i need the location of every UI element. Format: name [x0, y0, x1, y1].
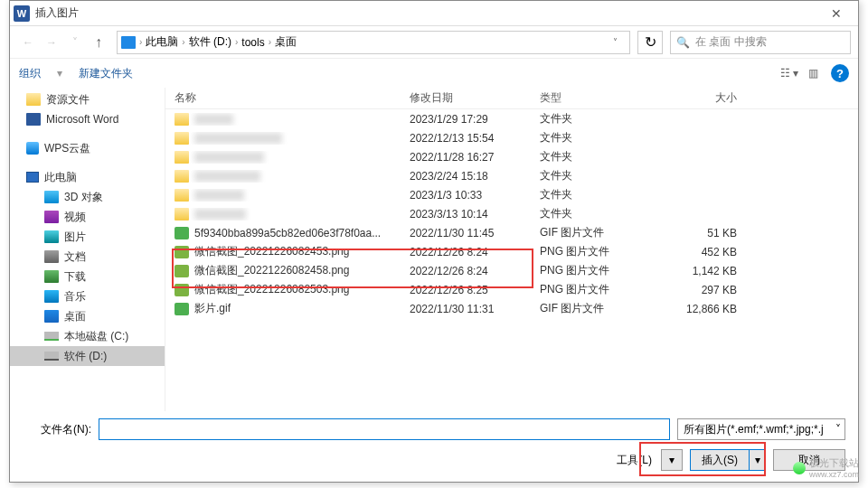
insert-button[interactable]: 插入(S): [690, 449, 750, 471]
png-icon: [175, 246, 189, 258]
nav-history-button[interactable]: ˅: [64, 32, 86, 53]
new-folder-button[interactable]: 新建文件夹: [79, 66, 133, 81]
file-name: 影片.gif: [194, 301, 231, 316]
breadcrumb-dropdown[interactable]: ˅: [604, 37, 626, 47]
sidebar-item-doc[interactable]: 文档: [10, 247, 165, 267]
folder-icon: [175, 189, 189, 202]
file-row[interactable]: 2023/1/29 17:29文件夹: [165, 109, 858, 128]
sidebar-item-pic[interactable]: 图片: [10, 227, 165, 247]
column-size[interactable]: 大小: [637, 90, 755, 106]
file-date: 2022/12/26 8:25: [401, 284, 531, 296]
file-row[interactable]: 2023/3/13 10:14文件夹: [165, 204, 858, 223]
file-name: 微信截图_20221226082503.png: [194, 282, 349, 297]
help-button[interactable]: ?: [831, 64, 849, 82]
file-name: [194, 114, 233, 125]
chevron-right-icon: ›: [269, 37, 271, 47]
column-headers: 名称 修改日期 类型 大小: [165, 88, 858, 109]
file-size: 297 KB: [637, 284, 755, 296]
breadcrumb-pc[interactable]: 此电脑: [146, 34, 178, 50]
word-icon: W: [14, 5, 30, 22]
file-type: 文件夹: [531, 149, 637, 164]
desktop-icon: [44, 310, 59, 323]
nav-up-button[interactable]: ↑: [88, 32, 109, 53]
filetype-dropdown[interactable]: 所有图片(*.emf;*.wmf;*.jpg;*.j ˅: [677, 418, 845, 440]
sidebar-item-music[interactable]: 音乐: [10, 286, 165, 306]
file-row[interactable]: 5f9340bba899a5cb82ed06e3f78f0aa...2022/1…: [165, 223, 858, 242]
file-row[interactable]: 2022/11/28 16:27文件夹: [165, 147, 858, 166]
column-type[interactable]: 类型: [531, 90, 637, 106]
gif-icon: [175, 303, 189, 315]
tools-dropdown[interactable]: ▾: [661, 449, 683, 471]
filename-label: 文件名(N):: [23, 422, 91, 437]
close-button[interactable]: ✕: [818, 1, 854, 26]
file-date: 2022/11/30 11:45: [401, 227, 531, 239]
sidebar-item-download[interactable]: 下载: [10, 267, 165, 286]
refresh-button[interactable]: ↻: [637, 31, 663, 54]
dialog-title: 插入图片: [35, 5, 818, 21]
sidebar-label: 图片: [64, 230, 86, 245]
file-name: 微信截图_20221226082453.png: [194, 244, 349, 259]
filetype-value: 所有图片(*.emf;*.wmf;*.jpg;*.j: [684, 422, 824, 437]
sidebar-item-video[interactable]: 视频: [10, 207, 165, 227]
file-row[interactable]: 2022/12/13 15:54文件夹: [165, 128, 858, 147]
file-row[interactable]: 2023/2/24 15:18文件夹: [165, 166, 858, 185]
insert-dropdown[interactable]: ▾: [750, 449, 766, 471]
sidebar-label: WPS云盘: [44, 141, 90, 156]
column-name[interactable]: 名称: [165, 90, 401, 106]
sidebar-label: 此电脑: [44, 170, 77, 185]
file-row[interactable]: 微信截图_20221226082458.png2022/12/26 8:24PN…: [165, 261, 858, 280]
sidebar-label: 资源文件: [46, 92, 90, 108]
file-row[interactable]: 2023/1/3 10:33文件夹: [165, 185, 858, 204]
sidebar-item-diskd[interactable]: 软件 (D:): [10, 346, 165, 366]
insert-picture-dialog: W 插入图片 ✕ ← → ˅ ↑ › 此电脑 › 软件 (D:) › tools…: [9, 0, 859, 483]
file-date: 2022/12/26 8:24: [401, 265, 531, 277]
nav-back-button[interactable]: ←: [17, 32, 39, 53]
filename-input[interactable]: [99, 418, 670, 440]
search-input[interactable]: 🔍 在 桌面 中搜索: [670, 31, 851, 54]
png-icon: [175, 284, 189, 296]
file-row[interactable]: 微信截图_20221226082453.png2022/12/26 8:24PN…: [165, 242, 858, 261]
column-date[interactable]: 修改日期: [401, 90, 531, 106]
file-row[interactable]: 微信截图_20221226082503.png2022/12/26 8:25PN…: [165, 280, 858, 299]
file-type: 文件夹: [531, 206, 637, 221]
folder-icon: [26, 93, 41, 106]
tools-menu[interactable]: 工具(L): [617, 453, 652, 468]
file-row[interactable]: 影片.gif2022/11/30 11:31GIF 图片文件12,866 KB: [165, 299, 858, 318]
sidebar-item-3d[interactable]: 3D 对象: [10, 187, 165, 207]
sidebar-label: 3D 对象: [64, 190, 103, 205]
folder-icon: [175, 208, 189, 221]
sidebar-label: 音乐: [64, 289, 86, 305]
file-date: 2022/11/30 11:31: [401, 303, 531, 315]
sidebar: 资源文件 Microsoft Word WPS云盘 此电脑 3D 对象 视频 图…: [10, 88, 165, 411]
sidebar-label: 软件 (D:): [64, 349, 107, 364]
filename-row: 文件名(N): 所有图片(*.emf;*.wmf;*.jpg;*.j ˅: [23, 418, 845, 440]
nav-forward-button[interactable]: →: [41, 32, 62, 53]
sidebar-item-diskc[interactable]: 本地磁盘 (C:): [10, 326, 165, 346]
file-name: [194, 190, 244, 201]
preview-pane-button[interactable]: ▥: [802, 64, 824, 82]
breadcrumb-tools[interactable]: tools: [241, 36, 264, 49]
3d-icon: [44, 191, 59, 203]
search-placeholder: 在 桌面 中搜索: [695, 34, 767, 50]
sidebar-label: 文档: [64, 249, 86, 265]
file-date: 2022/12/26 8:24: [401, 246, 531, 258]
sidebar-item-wps[interactable]: WPS云盘: [10, 138, 165, 158]
file-type: PNG 图片文件: [531, 244, 637, 259]
sidebar-label: Microsoft Word: [46, 113, 118, 126]
file-name: 微信截图_20221226082458.png: [194, 263, 349, 278]
cancel-button[interactable]: 取消: [773, 449, 845, 471]
breadcrumb-drive[interactable]: 软件 (D:): [189, 34, 231, 50]
organize-menu[interactable]: 组织: [19, 66, 41, 81]
view-mode-button[interactable]: ☷ ▾: [778, 64, 800, 82]
sidebar-item-word[interactable]: Microsoft Word: [10, 109, 165, 129]
sidebar-item-pc[interactable]: 此电脑: [10, 167, 165, 187]
sidebar-item-resources[interactable]: 资源文件: [10, 89, 165, 109]
breadcrumb[interactable]: › 此电脑 › 软件 (D:) › tools › 桌面 ˅: [117, 31, 630, 54]
file-name: 5f9340bba899a5cb82ed06e3f78f0aa...: [194, 227, 381, 239]
breadcrumb-desktop[interactable]: 桌面: [275, 34, 297, 50]
chevron-right-icon: ›: [139, 37, 142, 47]
sidebar-item-desktop[interactable]: 桌面: [10, 306, 165, 326]
file-size: 452 KB: [637, 246, 755, 258]
file-name: [194, 152, 264, 163]
video-icon: [44, 211, 59, 223]
